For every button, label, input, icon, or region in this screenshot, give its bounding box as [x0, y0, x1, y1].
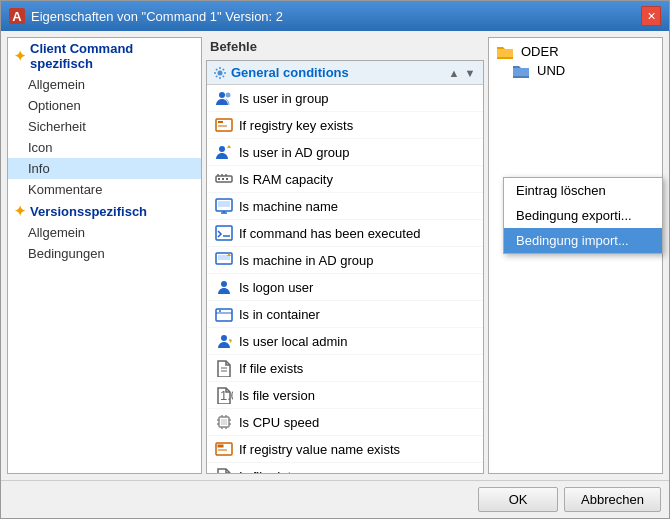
- commands-header-right: ▲ ▼: [447, 66, 477, 80]
- cmd-label-if-registry-value-name: If registry value name exists: [239, 442, 400, 457]
- sidebar-item-sicherheit[interactable]: Sicherheit: [8, 116, 201, 137]
- befehle-label: Befehle: [206, 37, 484, 56]
- registry-value-icon: [215, 440, 233, 458]
- user-admin-icon: [215, 332, 233, 350]
- sidebar-label-icon: Icon: [28, 140, 53, 155]
- sidebar: ✦ Client Command spezifisch Allgemein Op…: [7, 37, 202, 474]
- right-panel: ODER UND Eintrag löschen Bedingung expor…: [488, 37, 663, 474]
- svg-rect-33: [221, 419, 227, 425]
- titlebar: A Eigenschaften von "Command 1" Version:…: [1, 1, 669, 31]
- tree-item-und[interactable]: UND: [493, 61, 658, 80]
- folder-blue-icon: [513, 64, 529, 78]
- context-menu-item-bedingung-exportieren[interactable]: Bedingung exporti...: [504, 203, 662, 228]
- cmd-label-is-user-ad-group: Is user in AD group: [239, 145, 350, 160]
- container-icon: [215, 305, 233, 323]
- tree-label-oder: ODER: [521, 44, 559, 59]
- sidebar-label-bedingungen: Bedingungen: [28, 246, 105, 261]
- window-content: ✦ Client Command spezifisch Allgemein Op…: [1, 31, 669, 518]
- cmd-if-registry-key[interactable]: If registry key exists: [207, 112, 483, 139]
- cmd-is-in-container[interactable]: Is in container: [207, 301, 483, 328]
- svg-point-24: [221, 281, 227, 287]
- cmd-is-logon-user[interactable]: Is logon user: [207, 274, 483, 301]
- sidebar-label-info: Info: [28, 161, 50, 176]
- cmd-label-is-logon-user: Is logon user: [239, 280, 313, 295]
- cmd-label-is-cpu-speed: Is CPU speed: [239, 415, 319, 430]
- expand-icon[interactable]: ▲: [447, 66, 461, 80]
- window-title: Eigenschaften von "Command 1" Version: 2: [31, 9, 283, 24]
- sidebar-item-bedingungen[interactable]: Bedingungen: [8, 243, 201, 264]
- svg-rect-9: [218, 178, 220, 180]
- sidebar-item-info[interactable]: Info: [8, 158, 201, 179]
- cmd-is-machine-name[interactable]: Is machine name: [207, 193, 483, 220]
- cmd-is-user-ad-group[interactable]: Is user in AD group: [207, 139, 483, 166]
- user-group-icon: [215, 89, 233, 107]
- cmd-label-is-machine-name: Is machine name: [239, 199, 338, 214]
- file-date-icon: [215, 467, 233, 473]
- svg-rect-11: [226, 178, 228, 180]
- sidebar-item-icon[interactable]: Icon: [8, 137, 201, 158]
- svg-point-1: [219, 92, 225, 98]
- cmd-label-if-file-exists: If file exists: [239, 361, 303, 376]
- svg-point-27: [221, 335, 227, 341]
- cmd-is-file-version[interactable]: 1.0 Is file version: [207, 382, 483, 409]
- titlebar-left: A Eigenschaften von "Command 1" Version:…: [9, 8, 283, 24]
- svg-rect-44: [218, 449, 227, 451]
- commands-header-title: General conditions: [231, 65, 349, 80]
- tree-label-und: UND: [537, 63, 565, 78]
- sidebar-item-kommentare[interactable]: Kommentare: [8, 179, 201, 200]
- cmd-if-command-executed[interactable]: If command has been executed: [207, 220, 483, 247]
- cmd-if-file-exists[interactable]: If file exists: [207, 355, 483, 382]
- ok-button[interactable]: OK: [478, 487, 558, 512]
- cmd-is-ram-capacity[interactable]: Is RAM capacity: [207, 166, 483, 193]
- sidebar-item-allgemein1[interactable]: Allgemein: [8, 74, 201, 95]
- sidebar-label-client: Client Command spezifisch: [30, 41, 195, 71]
- collapse-icon[interactable]: ▼: [463, 66, 477, 80]
- close-button[interactable]: ✕: [641, 6, 661, 26]
- cmd-label-is-machine-in-ad-group: Is machine in AD group: [239, 253, 373, 268]
- machine-name-icon: [215, 197, 233, 215]
- cmd-label-is-user-local-admin: Is user local admin: [239, 334, 347, 349]
- cmd-is-user-in-group[interactable]: Is user in group: [207, 85, 483, 112]
- sidebar-item-client[interactable]: ✦ Client Command spezifisch: [8, 38, 201, 74]
- cmd-is-machine-in-ad-group[interactable]: Is machine in AD group: [207, 247, 483, 274]
- svg-point-6: [219, 146, 225, 152]
- sidebar-item-allgemein2[interactable]: Allgemein: [8, 222, 201, 243]
- file-version-icon: 1.0: [215, 386, 233, 404]
- cmd-label-is-user-in-group: Is user in group: [239, 91, 329, 106]
- star-icon-2: ✦: [14, 203, 26, 219]
- svg-rect-25: [216, 309, 232, 321]
- logon-user-icon: [215, 278, 233, 296]
- sidebar-label-optionen: Optionen: [28, 98, 81, 113]
- context-menu-item-bedingung-importieren[interactable]: Bedingung import...: [504, 228, 662, 253]
- sidebar-label-versionsspezifisch: Versionsspezifisch: [30, 204, 147, 219]
- cmd-is-user-local-admin[interactable]: Is user local admin: [207, 328, 483, 355]
- tree-item-oder[interactable]: ODER: [493, 42, 658, 61]
- svg-rect-16: [218, 201, 230, 207]
- cmd-label-is-file-date: Is file date: [239, 469, 298, 474]
- context-menu-item-eintrag-loeschen[interactable]: Eintrag löschen: [504, 178, 662, 203]
- sidebar-label-allgemein1: Allgemein: [28, 77, 85, 92]
- bottom-bar: OK Abbrechen: [1, 480, 669, 518]
- cmd-label-if-registry-key: If registry key exists: [239, 118, 353, 133]
- cmd-if-registry-value-name[interactable]: If registry value name exists: [207, 436, 483, 463]
- svg-point-2: [226, 93, 231, 98]
- user-ad-icon: [215, 143, 233, 161]
- sidebar-label-sicherheit: Sicherheit: [28, 119, 86, 134]
- context-menu: Eintrag löschen Bedingung exporti... Bed…: [503, 177, 663, 254]
- cmd-is-file-date[interactable]: Is file date: [207, 463, 483, 473]
- machine-ad-icon: [215, 251, 233, 269]
- svg-text:1.0: 1.0: [220, 388, 233, 403]
- commands-header: General conditions ▲ ▼: [207, 61, 483, 85]
- cmd-is-cpu-speed[interactable]: Is CPU speed: [207, 409, 483, 436]
- command-executed-icon: [215, 224, 233, 242]
- cmd-label-is-in-container: Is in container: [239, 307, 320, 322]
- cmd-label-is-file-version: Is file version: [239, 388, 315, 403]
- registry-key-icon: [215, 116, 233, 134]
- cmd-label-if-command-executed: If command has been executed: [239, 226, 420, 241]
- cancel-button[interactable]: Abbrechen: [564, 487, 661, 512]
- gear-icon: [213, 66, 227, 80]
- sidebar-item-optionen[interactable]: Optionen: [8, 95, 201, 116]
- cmd-label-is-ram-capacity: Is RAM capacity: [239, 172, 333, 187]
- sidebar-item-versionsspezifisch[interactable]: ✦ Versionsspezifisch: [8, 200, 201, 222]
- svg-point-26: [219, 310, 221, 312]
